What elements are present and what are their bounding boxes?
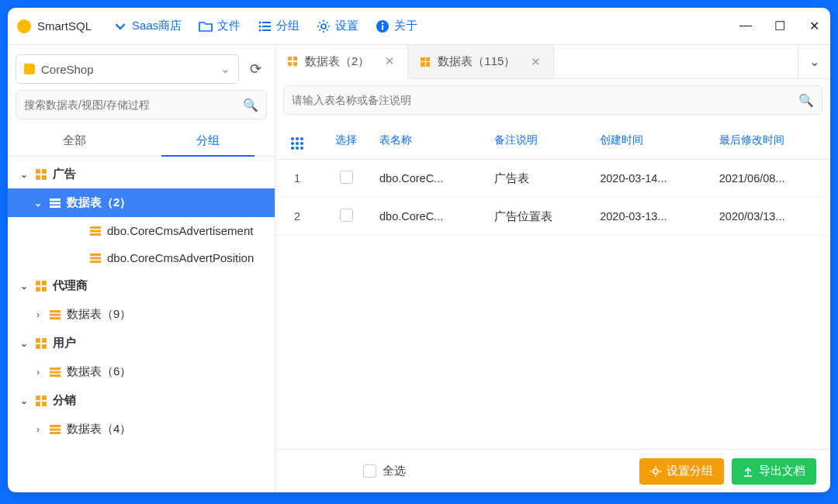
menu-group[interactable]: 分组: [258, 19, 300, 33]
select-all-checkbox[interactable]: [363, 464, 376, 478]
maximize-button[interactable]: ☐: [773, 19, 787, 33]
table-row[interactable]: 1 dbo.CoreC... 广告表 2020-03-14... 2021/06…: [275, 160, 830, 198]
group-icon: [36, 169, 47, 180]
tab-all[interactable]: 全部: [8, 126, 141, 156]
menu-bar: Saas商店 文件 分组 设置 关于: [113, 19, 417, 33]
col-name[interactable]: 表名称: [373, 121, 488, 160]
svg-point-0: [259, 21, 261, 23]
tree-group-dist[interactable]: ⌄ 分销: [8, 386, 275, 415]
footer-bar: 全选 设置分组 导出文档: [275, 449, 830, 492]
tree-leaf-advertisement[interactable]: dbo.CoreCmsAdvertisement: [8, 217, 275, 244]
sidebar-search[interactable]: 🔍: [16, 90, 267, 119]
caret-right-icon: ›: [33, 367, 43, 378]
menu-about[interactable]: 关于: [376, 19, 417, 33]
tree-node-tables-2[interactable]: ⌄ 数据表（2）: [8, 188, 275, 217]
svg-rect-16: [90, 254, 101, 256]
close-icon[interactable]: ✕: [531, 55, 541, 69]
row-checkbox[interactable]: [340, 171, 353, 184]
svg-point-9: [382, 22, 383, 23]
app-title-text: SmartSQL: [37, 19, 92, 33]
tree-node-tables-4[interactable]: › 数据表（4）: [8, 415, 275, 444]
panel-tab-active[interactable]: 数据表（2） ✕: [275, 45, 408, 79]
export-icon: [743, 466, 753, 477]
svg-rect-1: [262, 22, 271, 23]
database-name: CoreShop: [41, 63, 94, 76]
svg-rect-22: [50, 368, 61, 370]
col-modified[interactable]: 最后修改时间: [713, 121, 830, 160]
col-index[interactable]: [275, 121, 319, 160]
svg-rect-23: [50, 371, 61, 373]
chevron-down-icon: [113, 19, 127, 33]
row-checkbox[interactable]: [340, 209, 353, 222]
table-row[interactable]: 2 dbo.CoreC... 广告位置表 2020-03-13... 2020/…: [275, 198, 830, 236]
tab-expand-button[interactable]: ⌄: [798, 45, 830, 78]
set-group-button[interactable]: 设置分组: [639, 458, 724, 485]
table-icon: [90, 254, 101, 263]
app-logo-icon: [17, 19, 31, 33]
svg-rect-12: [50, 205, 61, 208]
svg-rect-14: [90, 230, 101, 232]
window-controls: — ☐ ✕: [739, 19, 821, 33]
col-select[interactable]: 选择: [319, 121, 373, 160]
database-icon: [24, 64, 35, 74]
sidebar-search-input[interactable]: [24, 98, 243, 111]
col-created[interactable]: 创建时间: [594, 121, 713, 160]
gear-icon: [650, 466, 661, 477]
svg-rect-18: [90, 261, 101, 263]
minimize-button[interactable]: —: [739, 19, 753, 33]
tree-node-tables-6[interactable]: › 数据表（6）: [8, 357, 275, 386]
svg-rect-13: [90, 226, 101, 229]
tree-group-agent[interactable]: ⌄ 代理商: [8, 271, 275, 300]
svg-rect-26: [50, 428, 61, 430]
caret-right-icon: ›: [33, 309, 43, 320]
grid-icon: [291, 137, 303, 150]
caret-down-icon: ⌄: [33, 198, 43, 209]
group-icon: [36, 395, 47, 406]
info-icon: [376, 19, 390, 33]
tree-node-tables-9[interactable]: › 数据表（9）: [8, 300, 275, 329]
list-icon: [258, 19, 272, 33]
menu-saas[interactable]: Saas商店: [113, 19, 182, 33]
svg-rect-25: [50, 425, 61, 427]
svg-point-4: [259, 29, 261, 31]
tab-grouped[interactable]: 分组: [141, 126, 275, 156]
close-icon[interactable]: ✕: [385, 54, 395, 68]
svg-rect-11: [50, 202, 61, 204]
svg-rect-21: [50, 317, 61, 319]
refresh-button[interactable]: ⟳: [244, 57, 267, 81]
search-icon: 🔍: [798, 93, 814, 108]
svg-rect-17: [90, 257, 101, 259]
tree-leaf-advertposition[interactable]: dbo.CoreCmsAdvertPosition: [8, 244, 275, 271]
table-icon: [50, 198, 61, 208]
panel-tab-115[interactable]: 数据表（115） ✕: [408, 45, 554, 78]
svg-point-6: [321, 24, 326, 29]
menu-file[interactable]: 文件: [199, 19, 241, 33]
col-remark[interactable]: 备注说明: [488, 121, 594, 160]
svg-point-2: [259, 25, 261, 27]
close-button[interactable]: ✕: [807, 19, 821, 33]
table-search-input[interactable]: [292, 94, 798, 106]
svg-rect-27: [50, 432, 61, 434]
export-button[interactable]: 导出文档: [732, 458, 816, 485]
tab-icon: [288, 57, 297, 66]
sidebar-tabs: 全部 分组: [8, 126, 275, 157]
tree: ⌄ 广告 ⌄ 数据表（2） dbo.CoreCmsAdvertisement d…: [8, 157, 275, 492]
folder-icon: [199, 19, 213, 33]
caret-down-icon: ⌄: [19, 281, 29, 292]
table-icon: [50, 425, 61, 434]
app-window: SmartSQL Saas商店 文件 分组 设置 关于: [8, 8, 830, 492]
tree-group-user[interactable]: ⌄ 用户: [8, 329, 275, 357]
panel-tabs: 数据表（2） ✕ 数据表（115） ✕ ⌄: [275, 45, 830, 79]
database-select[interactable]: CoreShop ⌄: [16, 54, 239, 84]
caret-down-icon: ⌄: [19, 169, 29, 180]
tree-group-ads[interactable]: ⌄ 广告: [8, 160, 275, 188]
menu-settings[interactable]: 设置: [317, 19, 358, 33]
svg-rect-20: [50, 313, 61, 316]
app-title: SmartSQL: [17, 19, 92, 33]
table-search[interactable]: 🔍: [283, 85, 822, 115]
select-all[interactable]: 全选: [363, 464, 406, 478]
caret-down-icon: ⌄: [19, 338, 29, 349]
gear-icon: [317, 19, 331, 33]
svg-point-28: [653, 469, 658, 474]
svg-rect-15: [90, 233, 101, 236]
